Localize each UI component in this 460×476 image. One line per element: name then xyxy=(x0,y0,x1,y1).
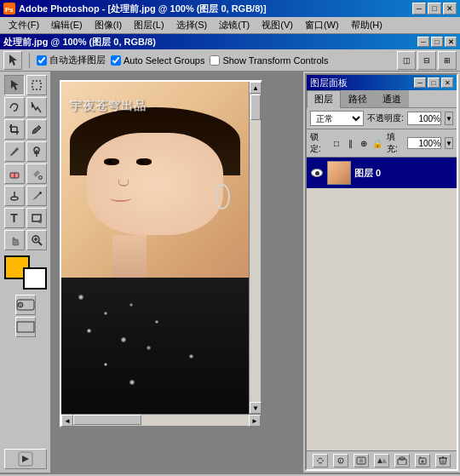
scroll-down-button[interactable]: ▼ xyxy=(250,402,262,414)
scroll-thumb[interactable] xyxy=(250,95,261,120)
pen-tool-icon[interactable] xyxy=(26,186,47,206)
text-tool-icon[interactable]: T xyxy=(4,208,25,228)
tab-channels[interactable]: 通道 xyxy=(375,90,409,107)
eye-pupil xyxy=(315,171,319,175)
layers-maximize-button[interactable]: □ xyxy=(428,77,440,88)
layer-style-button[interactable]: f xyxy=(333,454,348,467)
svg-rect-28 xyxy=(17,322,34,332)
fill-arrow-button[interactable]: ▼ xyxy=(445,137,453,149)
minimize-button[interactable]: ─ xyxy=(412,3,426,14)
close-button[interactable]: ✕ xyxy=(443,3,457,14)
eraser-tool-icon[interactable] xyxy=(4,163,25,184)
svg-point-19 xyxy=(39,192,42,194)
lock-label: 锁定: xyxy=(310,131,327,155)
align-button-1[interactable]: ◫ xyxy=(397,51,416,70)
menu-image[interactable]: 图像(I) xyxy=(89,17,127,33)
doc-maximize-button[interactable]: □ xyxy=(431,37,443,47)
zoom-tool-icon[interactable] xyxy=(26,230,47,250)
scroll-up-button[interactable]: ▲ xyxy=(250,82,262,94)
toolbox: T xyxy=(0,72,51,473)
layer-list: 图层 0 xyxy=(307,158,457,450)
brush-tool-icon[interactable] xyxy=(4,141,25,162)
menu-file[interactable]: 文件(F) xyxy=(3,17,44,33)
background-color[interactable] xyxy=(23,267,47,290)
layer-visibility-toggle[interactable] xyxy=(310,166,324,180)
shape-tool-icon[interactable] xyxy=(26,208,47,228)
menu-select[interactable]: 选择(S) xyxy=(171,17,213,33)
layers-bottom-toolbar: f xyxy=(307,450,457,469)
layers-tabs: 图层 路径 通道 xyxy=(307,90,457,108)
watermark-text: 宇夜苍穹出品 xyxy=(70,99,147,114)
layers-minimize-button[interactable]: ─ xyxy=(414,77,426,88)
opacity-input[interactable] xyxy=(407,112,441,125)
visibility-eye-icon xyxy=(311,169,323,177)
eyedropper-tool-icon[interactable] xyxy=(26,119,47,140)
jump-to-imageready-icon[interactable] xyxy=(4,449,47,469)
blend-mode-select[interactable]: 正常 xyxy=(310,111,364,126)
clone-tool-icon[interactable] xyxy=(26,141,47,162)
layer-item[interactable]: 图层 0 xyxy=(307,158,457,188)
opacity-arrow-button[interactable]: ▼ xyxy=(445,112,453,125)
tab-paths[interactable]: 路径 xyxy=(341,90,375,107)
window-title: Adobe Photoshop - [处理前.jpg @ 100% (图层 0,… xyxy=(19,3,267,15)
title-bar-buttons: ─ □ ✕ xyxy=(412,3,457,14)
layer-link-button[interactable] xyxy=(313,454,328,467)
opacity-label: 不透明度: xyxy=(367,112,404,124)
quick-mask-icon[interactable] xyxy=(15,295,36,315)
auto-select-layer-label: 自动选择图层 xyxy=(49,54,106,66)
align-button-3[interactable]: ⊞ xyxy=(438,51,457,70)
screen-mode-icon[interactable] xyxy=(15,317,36,337)
fill-input[interactable] xyxy=(407,137,441,149)
h-scroll-thumb[interactable] xyxy=(73,415,141,425)
scroll-left-button[interactable]: ◄ xyxy=(61,415,73,427)
auto-select-layer-input[interactable] xyxy=(37,55,47,66)
delete-layer-button[interactable] xyxy=(435,454,451,467)
hand-tool-icon[interactable] xyxy=(4,230,25,250)
vertical-scrollbar[interactable]: ▲ ▼ xyxy=(249,82,261,414)
marquee-tool-icon[interactable] xyxy=(26,75,47,95)
menu-bar: 文件(F) 编辑(E) 图像(I) 图层(L) 选择(S) 滤镜(T) 视图(V… xyxy=(0,17,460,34)
show-transform-checkbox[interactable]: Show Transform Controls xyxy=(210,55,328,66)
document-title: 处理前.jpg @ 100% (图层 0, RGB/8) xyxy=(3,36,156,49)
scroll-right-button[interactable]: ► xyxy=(249,415,261,427)
svg-point-34 xyxy=(359,458,364,462)
lock-transparent-button[interactable]: □ xyxy=(331,137,342,149)
svg-point-27 xyxy=(18,302,23,307)
menu-window[interactable]: 窗口(W) xyxy=(300,17,344,33)
adjustment-layer-button[interactable] xyxy=(374,454,389,467)
title-bar: Ps Adobe Photoshop - [处理前.jpg @ 100% (图层… xyxy=(0,0,460,17)
doc-close-button[interactable]: ✕ xyxy=(445,37,457,47)
menu-help[interactable]: 帮助(H) xyxy=(346,17,388,33)
paint-bucket-icon[interactable] xyxy=(26,163,47,184)
lasso-tool-icon[interactable] xyxy=(4,97,25,118)
canvas-content: 宇夜苍穹出品 xyxy=(61,82,249,414)
new-layer-button[interactable] xyxy=(415,454,430,467)
lock-all-button[interactable]: 🔒 xyxy=(371,137,383,149)
canvas-area: 宇夜苍穹出品 ▲ ▼ ◄ ► xyxy=(51,72,302,473)
auto-select-groups-input[interactable] xyxy=(111,55,121,66)
layer-mask-button[interactable] xyxy=(354,454,369,467)
menu-layer[interactable]: 图层(L) xyxy=(129,17,169,33)
tab-layers[interactable]: 图层 xyxy=(307,90,341,108)
lock-position-button[interactable]: ⊕ xyxy=(358,137,370,149)
layers-close-button[interactable]: ✕ xyxy=(441,77,453,88)
menu-edit[interactable]: 编辑(E) xyxy=(46,17,88,33)
show-transform-input[interactable] xyxy=(210,55,220,66)
move-tool-button[interactable] xyxy=(3,51,22,70)
right-panel: 图层面板 ─ □ ✕ 图层 路径 通道 正常 不透明度: ▼ xyxy=(302,72,460,473)
status-bar: 100% ◄ 文档 ► 文档:334.9K/334.9K ◄ ► xyxy=(0,473,460,476)
menu-filter[interactable]: 滤镜(T) xyxy=(214,17,255,33)
new-group-button[interactable] xyxy=(394,454,410,467)
menu-view[interactable]: 视图(V) xyxy=(256,17,298,33)
select-tool-icon[interactable] xyxy=(26,97,47,118)
maximize-button[interactable]: □ xyxy=(428,3,441,14)
auto-select-groups-checkbox[interactable]: Auto Select Groups xyxy=(111,55,204,66)
align-button-2[interactable]: ⊟ xyxy=(417,51,436,70)
move-tool-icon[interactable] xyxy=(4,75,25,95)
doc-minimize-button[interactable]: ─ xyxy=(417,37,429,47)
lock-pixels-button[interactable]: ∥ xyxy=(344,137,356,149)
crop-tool-icon[interactable] xyxy=(4,119,25,140)
dodge-tool-icon[interactable] xyxy=(4,186,25,206)
layers-panel: 图层面板 ─ □ ✕ 图层 路径 通道 正常 不透明度: ▼ xyxy=(305,73,458,471)
auto-select-layer-checkbox[interactable]: 自动选择图层 xyxy=(37,54,106,66)
